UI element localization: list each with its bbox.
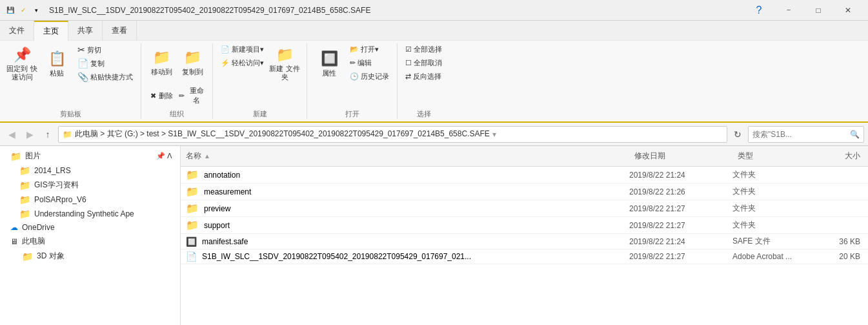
tab-file[interactable]: 文件 xyxy=(0,21,34,40)
copy-button[interactable]: 📄 复制 xyxy=(75,57,136,70)
folder-icon: 📁 xyxy=(19,180,30,191)
file-modified: 2019/8/22 21:24 xyxy=(629,171,732,180)
sidebar-item-pictures[interactable]: 📁 图片 📌 ᐱ xyxy=(0,149,180,163)
file-type: 文件夹 xyxy=(732,186,816,197)
folder-icon: 📁 xyxy=(186,219,199,231)
col-header-type[interactable]: 类型 xyxy=(732,149,816,163)
ribbon: 文件 主页 共享 查看 📌 固定到 快速访问 📋 粘贴 xyxy=(0,21,868,123)
rename-button[interactable]: ✏ 重命名 xyxy=(177,83,207,108)
sidebar-item-onedrive[interactable]: ☁ OneDrive xyxy=(0,221,180,234)
help-button[interactable]: ? xyxy=(744,0,774,21)
ribbon-group-organize: 📁 移动到 📁 复制到 ✖ 删除 xyxy=(141,43,213,119)
minimize-button[interactable]: － xyxy=(774,0,803,21)
ribbon-tabs: 文件 主页 共享 查看 xyxy=(0,21,868,40)
dropdown-icon[interactable]: ▾ xyxy=(31,5,41,16)
table-row[interactable]: 📁 measurement 2019/8/22 21:26 文件夹 xyxy=(181,183,868,200)
breadcrumb[interactable]: 📁 此电脑 > 其它 (G:) > test > S1B_IW_SLC__1SD… xyxy=(58,126,727,143)
file-name: support xyxy=(204,221,629,230)
paste-shortcut-icon: 📎 xyxy=(77,72,88,82)
folder-icon: 📁 xyxy=(186,169,199,181)
folder-icon: 📁 xyxy=(63,130,72,139)
maximize-button[interactable]: □ xyxy=(803,0,833,21)
col-type-label: 类型 xyxy=(738,151,753,160)
history-button[interactable]: 🕒 历史记录 xyxy=(347,70,392,83)
file-name: manifest.safe xyxy=(202,237,629,246)
rename-icon: ✏ xyxy=(179,92,185,100)
col-name-label: 名称 xyxy=(186,151,201,162)
table-row[interactable]: 🔲 manifest.safe 2019/8/22 21:24 SAFE 文件 … xyxy=(181,234,868,249)
close-button[interactable]: ✕ xyxy=(833,0,863,21)
organize-label: 组织 xyxy=(170,109,184,119)
sidebar-item-gis[interactable]: 📁 GIS学习资料 xyxy=(0,178,180,193)
sidebar-item-thispc[interactable]: 🖥 此电脑 xyxy=(0,234,180,249)
search-input[interactable] xyxy=(752,130,847,139)
new-item-button[interactable]: 📄 新建项目▾ xyxy=(218,43,267,56)
folder-icon: 📁 xyxy=(10,151,21,162)
new-buttons: 📄 新建项目▾ ⚡ 轻松访问▾ 📁 新建 文件夹 xyxy=(218,43,301,108)
pin-indicator: 📌 ᐱ xyxy=(156,152,172,160)
file-modified: 2019/8/22 21:27 xyxy=(629,221,732,230)
undo-icon: ✓ xyxy=(18,5,28,16)
tab-home[interactable]: 主页 xyxy=(34,21,68,41)
open-button[interactable]: 📂 打开▾ xyxy=(347,43,392,56)
organize-buttons: 📁 移动到 📁 复制到 ✖ 删除 xyxy=(146,43,207,108)
forward-button[interactable]: ▶ xyxy=(22,127,37,142)
file-type: 文件夹 xyxy=(732,220,816,231)
move-to-button[interactable]: 📁 移动到 xyxy=(146,43,176,82)
copy-to-icon: 📁 xyxy=(184,49,201,66)
table-row[interactable]: 📄 S1B_IW_SLC__1SDV_20190822T095402_20190… xyxy=(181,249,868,264)
easy-access-button[interactable]: ⚡ 轻松访问▾ xyxy=(218,57,267,69)
table-row[interactable]: 📁 annotation 2019/8/22 21:24 文件夹 xyxy=(181,167,868,183)
file-type: 文件夹 xyxy=(732,169,816,180)
address-bar: ◀ ▶ ↑ 📁 此电脑 > 其它 (G:) > test > S1B_IW_SL… xyxy=(0,123,868,146)
folder-icon: 📁 xyxy=(186,202,199,215)
move-icon: 📁 xyxy=(153,49,170,66)
table-row[interactable]: 📁 support 2019/8/22 21:27 文件夹 xyxy=(181,217,868,234)
tab-view[interactable]: 查看 xyxy=(103,21,137,40)
ribbon-content: 📌 固定到 快速访问 📋 粘贴 ✂ 剪切 📄 复 xyxy=(0,40,868,121)
ribbon-group-open: 🔲 属性 📂 打开▾ ✏ 编辑 🕒 历史记录 xyxy=(307,43,398,119)
invert-selection-button[interactable]: ⇄ 反向选择 xyxy=(403,70,445,83)
clipboard-buttons: 📌 固定到 快速访问 📋 粘贴 ✂ 剪切 📄 复 xyxy=(5,43,136,108)
sidebar-item-3d[interactable]: 📁 3D 对象 xyxy=(0,249,180,264)
file-modified: 2019/8/22 21:27 xyxy=(629,204,732,213)
select-none-icon: ☐ xyxy=(405,59,412,67)
file-name: annotation xyxy=(204,171,629,180)
delete-icon: ✖ xyxy=(150,92,156,100)
copy-to-button[interactable]: 📁 复制到 xyxy=(177,43,207,82)
table-row[interactable]: 📁 preview 2019/8/22 21:27 文件夹 xyxy=(181,200,868,217)
file-type: 文件夹 xyxy=(732,203,816,214)
file-modified: 2019/8/22 21:24 xyxy=(629,237,732,246)
select-all-button[interactable]: ☑ 全部选择 xyxy=(403,43,445,56)
edit-button[interactable]: ✏ 编辑 xyxy=(347,57,392,69)
delete-button[interactable]: ✖ 删除 xyxy=(146,83,176,108)
col-header-modified[interactable]: 修改日期 xyxy=(629,149,732,163)
up-button[interactable]: ↑ xyxy=(40,127,56,142)
sidebar-item-understanding[interactable]: 📁 Understanding Synthetic Ape xyxy=(0,207,180,221)
paste-button[interactable]: 📋 粘贴 xyxy=(40,43,74,85)
folder-icon: 📁 xyxy=(186,185,199,198)
cut-button[interactable]: ✂ 剪切 xyxy=(75,43,136,56)
new-folder-icon: 📁 xyxy=(276,47,294,63)
new-folder-button[interactable]: 📁 新建 文件夹 xyxy=(268,43,301,85)
folder-icon: 📁 xyxy=(19,209,30,219)
open-icon: 📂 xyxy=(350,45,359,54)
sidebar-item-polsarpro[interactable]: 📁 PolSARpro_V6 xyxy=(0,193,180,207)
select-none-button[interactable]: ☐ 全部取消 xyxy=(403,57,445,69)
col-header-name[interactable]: 名称 ▲ xyxy=(181,149,629,163)
open-label: 打开 xyxy=(345,109,359,119)
refresh-button[interactable]: ↻ xyxy=(730,127,745,142)
back-button[interactable]: ◀ xyxy=(4,127,19,142)
sidebar: 📁 图片 📌 ᐱ 📁 2014_LRS 📁 GIS学习资料 📁 PolSARpr… xyxy=(0,146,181,325)
safe-file-icon: 🔲 xyxy=(186,236,197,247)
properties-button[interactable]: 🔲 属性 xyxy=(312,43,346,85)
title-bar: 💾 ✓ ▾ S1B_IW_SLC__1SDV_20190822T095402_2… xyxy=(0,0,868,21)
sidebar-item-2014lrs[interactable]: 📁 2014_LRS xyxy=(0,163,180,178)
new-item-icon: 📄 xyxy=(221,45,230,54)
file-list-area: 名称 ▲ 修改日期 类型 大小 📁 annotation 2019/8/22 2… xyxy=(181,146,868,325)
paste-shortcut-button[interactable]: 📎 粘贴快捷方式 xyxy=(75,70,136,83)
col-header-size[interactable]: 大小 xyxy=(816,149,868,163)
tab-share[interactable]: 共享 xyxy=(68,21,103,40)
scissors-icon: ✂ xyxy=(77,45,85,55)
pin-to-quick-access-button[interactable]: 📌 固定到 快速访问 xyxy=(5,43,39,85)
